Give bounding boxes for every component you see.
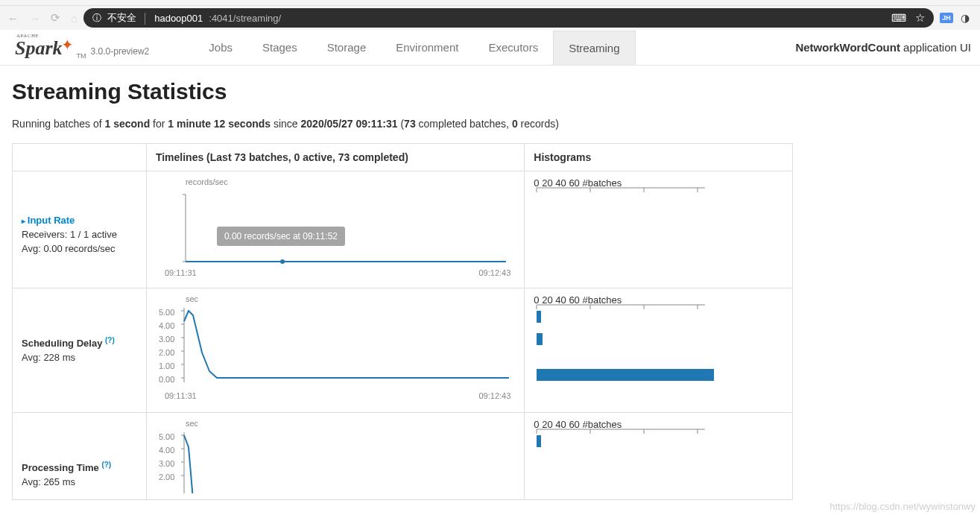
input-avg-text: Avg: 0.00 records/sec [22, 243, 137, 254]
site-info-icon[interactable]: ⓘ [92, 12, 101, 25]
forward-icon: → [29, 12, 40, 25]
reload-icon[interactable]: ⟳ [51, 11, 60, 25]
translate-icon[interactable]: ⌨ [891, 12, 906, 24]
tab-executors[interactable]: Executors [473, 31, 553, 65]
logo-tm: TM [77, 52, 86, 60]
chart-tooltip: 0.00 records/sec at 09:11:52 [217, 227, 345, 246]
sched-avg: Avg: 228 ms [22, 352, 137, 363]
watermark: https://blog.csdn.net/wywinstonwy [829, 501, 976, 511]
sched-delay-name: Scheduling Delay [22, 338, 105, 349]
svg-rect-21 [537, 311, 541, 323]
tab-environment[interactable]: Environment [381, 31, 473, 65]
proc-time-timeline-chart: sec 5.00 4.00 3.00 2.00 [156, 419, 515, 493]
proc-time-histogram: 0 20 40 60 #batches [534, 419, 783, 493]
svg-rect-22 [537, 333, 543, 345]
logo-apache-text: APACHE [16, 33, 39, 39]
browser-tab-strip [0, 0, 980, 6]
svg-rect-34 [537, 435, 541, 447]
proc-avg: Avg: 265 ms [22, 476, 137, 487]
sched-delay-histogram: 0 20 40 60 #batches [534, 294, 783, 406]
url-separator: │ [142, 13, 148, 24]
chart-point-marker [280, 259, 285, 264]
input-rate-histogram: 0 20 40 60 #batches [534, 177, 783, 282]
spark-header: APACHE Spark ✦ TM 3.0.0-preview2 Jobs St… [0, 30, 980, 66]
extension-icon[interactable]: ◑ [961, 12, 970, 24]
stats-table: Timelines (Last 73 batches, 0 active, 73… [12, 143, 793, 500]
tab-storage[interactable]: Storage [312, 31, 382, 65]
page-title: Streaming Statistics [12, 79, 968, 104]
row-scheduling-delay: Scheduling Delay (?) Avg: 228 ms sec 5.0… [13, 288, 793, 413]
header-empty [13, 144, 147, 171]
insecure-label: 不安全 [107, 11, 136, 25]
tab-streaming[interactable]: Streaming [553, 31, 635, 65]
page-content: Streaming Statistics Running batches of … [0, 66, 980, 511]
proc-time-name: Processing Time [22, 462, 101, 473]
help-icon[interactable]: (?) [101, 461, 111, 469]
tab-stages[interactable]: Stages [247, 31, 312, 65]
row-input-rate: Input Rate Receivers: 1 / 1 active Avg: … [13, 171, 793, 288]
nav-tabs: Jobs Stages Storage Environment Executor… [194, 31, 635, 65]
tab-jobs[interactable]: Jobs [194, 31, 247, 65]
input-rate-timeline-chart: records/sec 0.00 records/sec at 09:11:52… [156, 177, 515, 282]
back-icon[interactable]: ← [7, 12, 19, 25]
logo-spark-text: Spark [15, 37, 63, 59]
address-bar[interactable]: ⓘ 不安全 │ hadoop001:4041/streaming/ ⌨ ☆ [83, 8, 934, 28]
row-processing-time: Processing Time (?) Avg: 265 ms sec 5.00… [13, 413, 793, 500]
x-end: 09:12:43 [479, 268, 511, 277]
bookmark-star-icon[interactable]: ☆ [915, 11, 925, 25]
running-summary: Running batches of 1 second for 1 minute… [12, 118, 968, 130]
sched-delay-timeline-chart: sec 5.00 4.00 3.00 2.00 1.00 0.00 09:11:… [156, 294, 515, 406]
receivers-text: Receivers: 1 / 1 active [22, 229, 137, 240]
svg-rect-23 [537, 369, 714, 381]
home-icon[interactable]: ⌂ [71, 12, 78, 25]
url-host: hadoop001 [154, 13, 203, 24]
y-unit: records/sec [186, 177, 228, 186]
extension-jh-icon[interactable]: JH [940, 13, 953, 23]
input-rate-link[interactable]: Input Rate [22, 215, 75, 226]
url-path: :4041/streaming/ [209, 13, 281, 24]
app-name: NetworkWordCount [795, 41, 900, 54]
spark-star-icon: ✦ [61, 36, 74, 54]
help-icon[interactable]: (?) [105, 336, 115, 344]
x-start: 09:11:31 [165, 268, 197, 277]
spark-logo[interactable]: APACHE Spark ✦ TM [15, 36, 86, 60]
header-timelines: Timelines (Last 73 batches, 0 active, 73… [146, 144, 524, 171]
app-title: NetworkWordCount application UI [795, 41, 971, 54]
y-unit: sec [186, 294, 198, 303]
header-histograms: Histograms [525, 144, 793, 171]
spark-version: 3.0.0-preview2 [91, 46, 150, 57]
app-suffix: application UI [900, 41, 971, 54]
browser-toolbar: ← → ⟳ ⌂ ⓘ 不安全 │ hadoop001:4041/streaming… [0, 6, 980, 30]
